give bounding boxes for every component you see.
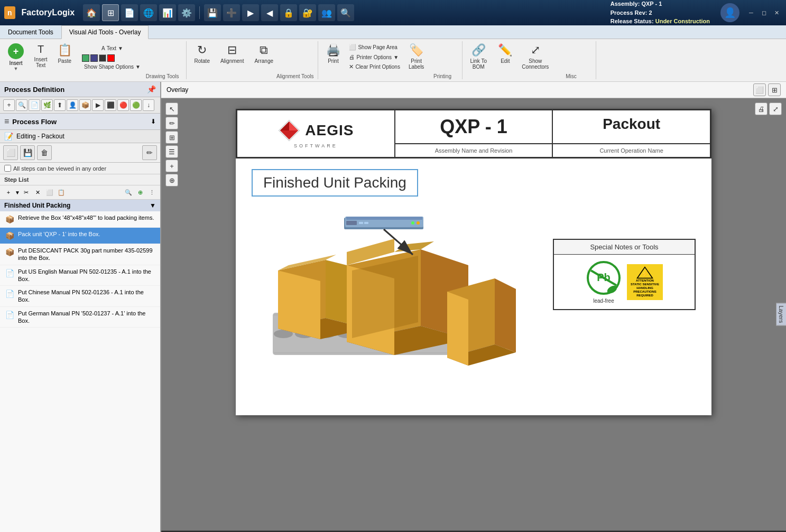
step-item-3[interactable]: 📦 Put DESICCANT PACK 30g part number 435… — [0, 244, 160, 265]
insert-text-button[interactable]: T Insert Text — [30, 41, 52, 70]
content-area: Overlay ⬜ ⊞ ↖ ✏ ⊞ ☰ + ⊕ QXP - 1 — [161, 82, 786, 532]
ribbon-tabs: Document Tools Visual Aid Tools - Overla… — [0, 25, 786, 39]
delete-step-button[interactable]: 🗑 — [37, 145, 52, 160]
add-step-button[interactable]: + — [3, 99, 15, 111]
main-image — [252, 207, 542, 378]
misc-label: Misc — [551, 71, 591, 79]
color-box-blue[interactable] — [90, 54, 98, 62]
canvas-select-tool[interactable]: ↖ — [165, 102, 178, 115]
tab-document-tools[interactable]: Document Tools — [0, 25, 61, 39]
step-icon-2: 📦 — [4, 230, 15, 241]
close-button[interactable]: ✕ — [771, 7, 782, 18]
step-item-2[interactable]: 📦 Pack unit 'QXP - 1' into the Box. — [0, 228, 160, 244]
color-box-red[interactable] — [107, 54, 115, 62]
process-flow-label: Process Flow — [12, 118, 57, 126]
step-icon-4: 📄 — [4, 268, 15, 278]
settings-icon[interactable]: ⚙️ — [178, 4, 195, 21]
arrange-button[interactable]: ⧉ Arrange — [251, 41, 276, 66]
save-step-button[interactable]: 💾 — [20, 145, 35, 160]
canvas-list-tool[interactable]: ☰ — [165, 145, 178, 158]
text-button[interactable]: AText▼ — [82, 43, 143, 53]
insert-button[interactable]: + Insert ▼ — [4, 41, 27, 73]
canvas-plus-tool[interactable]: + — [165, 160, 178, 172]
document-icon[interactable]: 📄 — [121, 4, 138, 21]
step-item-6[interactable]: 📄 Put German Manual PN '502-01237 - A.1'… — [0, 307, 160, 328]
save-icon[interactable]: 💾 — [204, 4, 221, 21]
restore-button[interactable]: ◻ — [759, 7, 769, 18]
toolbar-btn-2[interactable]: 📄 — [29, 99, 40, 111]
panel-pin-icon[interactable]: 📌 — [147, 85, 156, 94]
toolbar-btn-7[interactable]: ▶ — [92, 99, 104, 111]
overlay-btn-2[interactable]: ⊞ — [768, 83, 781, 96]
tab-visual-aid[interactable]: Visual Aid Tools - Overlay — [61, 25, 149, 39]
toolbar-btn-1[interactable]: 🔍 — [16, 99, 27, 111]
canvas-grid-tool[interactable]: ⊞ — [165, 131, 178, 144]
print-labels-button[interactable]: 🏷️ Print Labels — [405, 41, 427, 72]
search-icon[interactable]: 🔍 — [337, 4, 354, 21]
user-mgmt-icon[interactable]: 👥 — [318, 4, 335, 21]
toolbar-btn-3[interactable]: 🌿 — [41, 99, 53, 111]
toolbar-btn-8[interactable]: ⬛ — [105, 99, 116, 111]
clear-print-options-button[interactable]: ✕ Clear Print Options — [347, 62, 402, 71]
release-status-value: Under Construction — [655, 18, 710, 24]
edit-step-button[interactable]: ✏ — [142, 145, 157, 160]
overlay-btn-1[interactable]: ⬜ — [753, 83, 766, 96]
svg-marker-20 — [278, 270, 320, 339]
link-to-bom-button[interactable]: 🔗 Link To BOM — [467, 41, 491, 72]
color-box-black[interactable] — [99, 54, 106, 62]
process-flow-expand[interactable]: ⬇ — [151, 118, 156, 125]
printer-options-button[interactable]: 🖨 Printer Options ▼ — [347, 53, 402, 61]
grid-icon[interactable]: ⊞ — [102, 4, 119, 21]
add-icon[interactable]: ➕ — [223, 4, 240, 21]
all-steps-checkbox[interactable] — [4, 165, 11, 172]
toolbar-btn-10[interactable]: 🟢 — [130, 99, 142, 111]
lead-free-badge: Pb — [586, 260, 622, 296]
collapse-button[interactable]: ↓ — [143, 99, 154, 111]
canvas-pencil-tool[interactable]: ✏ — [165, 117, 178, 129]
add-step-toolbar[interactable]: + — [3, 187, 14, 198]
main-area: Process Definition 📌 + 🔍 📄 🌿 ⬆ 👤 📦 ▶ ⬛ 🔴… — [0, 82, 786, 532]
home-icon[interactable]: 🏠 — [83, 4, 100, 21]
step-delete[interactable]: ✕ — [33, 187, 43, 198]
svg-text:⚡: ⚡ — [641, 270, 650, 278]
show-page-area-button[interactable]: ⬜ Show Page Area — [347, 43, 402, 52]
step-search[interactable]: 🔍 — [123, 187, 134, 198]
canvas-connect-tool[interactable]: ⊕ — [165, 174, 178, 186]
paste-button[interactable]: 📋 Paste — [54, 41, 75, 66]
lock-icon[interactable]: 🔒 — [280, 4, 297, 21]
step-group-header[interactable]: Finished Unit Packing ▼ — [0, 200, 160, 211]
print-button[interactable]: 🖨️ Print — [322, 41, 344, 66]
toolbar-btn-6[interactable]: 📦 — [79, 99, 91, 111]
step-cut[interactable]: ✂ — [21, 187, 32, 198]
toolbar-btn-4[interactable]: ⬆ — [54, 99, 66, 111]
app-name: FactoryLogix — [22, 8, 75, 17]
report-icon[interactable]: 📊 — [159, 4, 176, 21]
step-add-green[interactable]: ⊕ — [135, 187, 145, 198]
globe-icon[interactable]: 🌐 — [140, 4, 157, 21]
color-box-green[interactable] — [82, 54, 89, 62]
step-item-1[interactable]: 📦 Retrieve the Box '48"x48"x48"' to load… — [0, 211, 160, 228]
alignment-button[interactable]: ⊟ Alignment — [217, 41, 247, 66]
step-item-5[interactable]: 📄 Put Chinese Manual PN 502-01236 - A.1 … — [0, 286, 160, 307]
step-paste[interactable]: 📋 — [56, 187, 67, 198]
back-icon[interactable]: ◀ — [261, 4, 278, 21]
doc-body: Finished Unit Packing — [236, 158, 711, 388]
canvas-print-btn[interactable]: 🖨 — [755, 102, 767, 115]
show-shape-options-button[interactable]: Show Shape Options▼ — [82, 63, 143, 71]
user-avatar[interactable]: 👤 — [720, 3, 739, 22]
edit-button[interactable]: ✏️ Edit — [495, 41, 516, 66]
step-more[interactable]: ⋮ — [146, 187, 157, 198]
layers-tab[interactable]: Layers — [776, 303, 786, 325]
lock2-icon[interactable]: 🔐 — [299, 4, 316, 21]
special-notes-header: Special Notes or Tools — [554, 240, 695, 255]
toolbar-btn-5[interactable]: 👤 — [67, 99, 78, 111]
toolbar-btn-9[interactable]: 🔴 — [117, 99, 129, 111]
new-step-button[interactable]: ⬜ — [3, 145, 18, 160]
arrow-icon[interactable]: ▶ — [242, 4, 259, 21]
step-item-4[interactable]: 📄 Put US English Manual PN 502-01235 - A… — [0, 265, 160, 286]
step-copy[interactable]: ⬜ — [44, 187, 55, 198]
canvas-expand-btn[interactable]: ⤢ — [769, 102, 782, 115]
rotate-button[interactable]: ↻ Rotate — [191, 41, 212, 66]
show-connectors-button[interactable]: ⤢ Show Connectors — [520, 41, 551, 72]
minimize-button[interactable]: ─ — [746, 7, 756, 18]
